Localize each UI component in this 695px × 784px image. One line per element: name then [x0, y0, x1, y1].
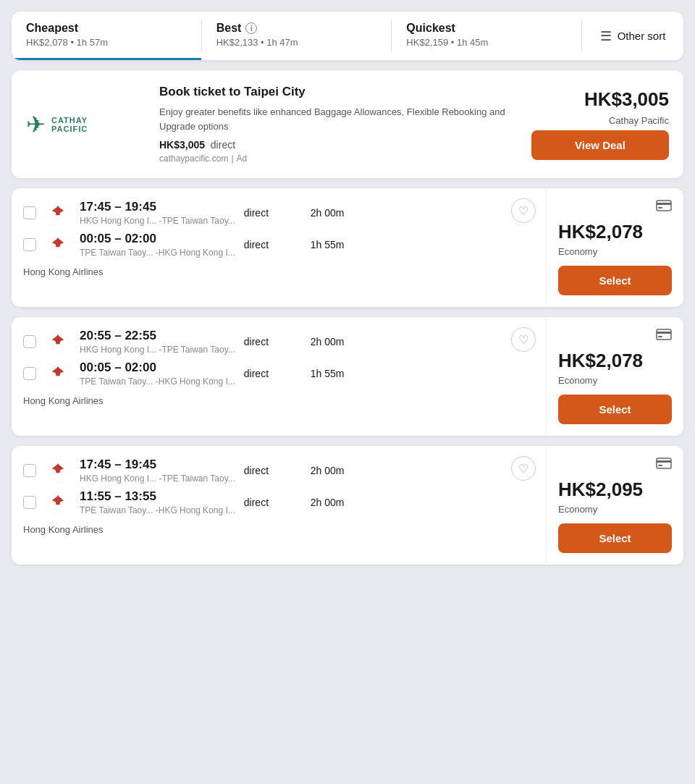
- credit-card-icon-3: [656, 458, 672, 473]
- svg-rect-2: [657, 201, 671, 211]
- airline-label-3: Hong Kong Airlines: [23, 524, 531, 535]
- outbound-times-3: 17:45 – 19:45: [80, 458, 235, 472]
- cathay-pacific-logo: ✈ CATHAY PACIFIC: [26, 111, 88, 138]
- flight-main-3: ♡ 17:45 – 19:45 HKG Hong Kong I... -TPE …: [12, 446, 546, 565]
- credit-card-icon-2: [656, 329, 672, 344]
- tab-cheapest-label: Cheapest: [26, 22, 187, 35]
- svg-rect-12: [657, 458, 671, 468]
- airline-logo-inbound-2: [45, 361, 71, 387]
- inbound-checkbox-2[interactable]: [23, 367, 36, 380]
- favorite-button-2[interactable]: ♡: [511, 327, 536, 352]
- inbound-duration-2: 1h 55m: [311, 368, 345, 379]
- tab-cheapest[interactable]: Cheapest HK$2,078 • 1h 57m: [12, 12, 201, 60]
- outbound-row-2: 20:55 – 22:55 HKG Hong Kong I... -TPE Ta…: [23, 329, 531, 355]
- airline-logo-inbound-1: [45, 232, 71, 258]
- select-button-3[interactable]: Select: [558, 523, 672, 553]
- flight-card-3: ♡ 17:45 – 19:45 HKG Hong Kong I... -TPE …: [12, 446, 683, 565]
- favorite-button-1[interactable]: ♡: [511, 198, 536, 223]
- outbound-checkbox-2[interactable]: [23, 335, 36, 348]
- outbound-checkbox-3[interactable]: [23, 464, 36, 477]
- ad-price-line: HK$3,005 direct: [159, 139, 514, 151]
- ad-airline-name: Cathay Pacific: [609, 115, 669, 126]
- favorite-button-3[interactable]: ♡: [511, 456, 536, 481]
- cabin-class-1: Economy: [558, 246, 597, 257]
- svg-rect-8: [657, 332, 671, 334]
- inbound-route-2: TPE Taiwan Taoy... -HKG Hong Kong I...: [80, 376, 235, 387]
- inbound-checkbox-1[interactable]: [23, 238, 36, 251]
- flight-actions-top-1: ♡: [511, 198, 536, 223]
- flight-right-2: HK$2,078 Economy Select: [546, 317, 683, 436]
- flight-price-1: HK$2,078: [558, 221, 643, 243]
- tab-best[interactable]: Best i HK$2,133 • 1h 47m: [202, 12, 392, 60]
- outbound-times-1: 17:45 – 19:45: [80, 200, 235, 214]
- cathay-text: CATHAY PACIFIC: [51, 116, 88, 133]
- inbound-duration-3: 2h 00m: [311, 497, 345, 508]
- flight-cards-container: ♡ 17:45 – 19:45 HKG Hong Kong I... -TPE …: [12, 188, 683, 565]
- cathay-pacific-text: PACIFIC: [51, 125, 88, 133]
- tab-other-sort[interactable]: ☰ Other sort: [582, 12, 683, 60]
- tab-quickest-sub: HK$2,159 • 1h 45m: [406, 37, 567, 48]
- cathay-bird-icon: ✈: [26, 111, 46, 138]
- credit-card-icon-1: [656, 200, 672, 215]
- tab-cheapest-sub: HK$2,078 • 1h 57m: [26, 37, 187, 48]
- svg-rect-3: [657, 203, 671, 205]
- inbound-row-2: 00:05 – 02:00 TPE Taiwan Taoy... -HKG Ho…: [23, 361, 531, 387]
- inbound-type-3: direct: [244, 497, 302, 508]
- ad-title: Book ticket to Taipei City: [159, 85, 514, 99]
- outbound-route-2: HKG Hong Kong I... -TPE Taiwan Taoy...: [80, 345, 235, 355]
- inbound-route-3: TPE Taiwan Taoy... -HKG Hong Kong I...: [80, 505, 235, 515]
- inbound-row-1: 00:05 – 02:00 TPE Taiwan Taoy... -HKG Ho…: [23, 232, 531, 258]
- tab-best-sub: HK$2,133 • 1h 47m: [216, 37, 377, 48]
- ad-source: cathaypacific.com|Ad: [159, 153, 514, 164]
- select-button-1[interactable]: Select: [558, 266, 672, 295]
- outbound-route-1: HKG Hong Kong I... -TPE Taiwan Taoy...: [80, 216, 235, 226]
- outbound-flight-info-1: 17:45 – 19:45 HKG Hong Kong I... -TPE Ta…: [80, 200, 235, 226]
- airline-logo-outbound-1: [45, 200, 71, 226]
- outbound-row-3: 17:45 – 19:45 HKG Hong Kong I... -TPE Ta…: [23, 458, 531, 484]
- inbound-flight-info-1: 00:05 – 02:00 TPE Taiwan Taoy... -HKG Ho…: [80, 232, 235, 258]
- select-button-2[interactable]: Select: [558, 395, 672, 424]
- outbound-row-1: 17:45 – 19:45 HKG Hong Kong I... -TPE Ta…: [23, 200, 531, 226]
- inbound-flight-info-3: 11:55 – 13:55 TPE Taiwan Taoy... -HKG Ho…: [80, 489, 235, 515]
- outbound-duration-2: 2h 00m: [311, 336, 345, 347]
- sort-bar: Cheapest HK$2,078 • 1h 57m Best i HK$2,1…: [12, 12, 683, 60]
- outbound-checkbox-1[interactable]: [23, 206, 36, 219]
- flight-card-1: ♡ 17:45 – 19:45 HKG Hong Kong I... -TPE …: [12, 188, 683, 307]
- sort-icon: ☰: [600, 28, 612, 44]
- airline-logo-outbound-3: [45, 458, 71, 484]
- outbound-duration-1: 2h 00m: [311, 207, 345, 219]
- airline-logo-outbound-2: [45, 329, 71, 355]
- inbound-checkbox-3[interactable]: [23, 496, 36, 509]
- flight-actions-top-3: ♡: [511, 456, 536, 481]
- tab-quickest-label: Quickest: [406, 22, 567, 35]
- tab-best-label: Best i: [216, 22, 377, 35]
- flight-right-1: HK$2,078 Economy Select: [546, 188, 683, 307]
- tab-quickest[interactable]: Quickest HK$2,159 • 1h 45m: [392, 12, 581, 60]
- flight-card-2: ♡ 20:55 – 22:55 HKG Hong Kong I... -TPE …: [12, 317, 683, 436]
- cabin-class-3: Economy: [558, 504, 597, 515]
- view-deal-button[interactable]: View Deal: [531, 130, 669, 160]
- inbound-type-2: direct: [244, 368, 302, 379]
- other-sort-label: Other sort: [618, 30, 666, 42]
- airline-label-2: Hong Kong Airlines: [23, 395, 531, 406]
- flight-price-2: HK$2,078: [558, 350, 643, 372]
- outbound-duration-3: 2h 00m: [311, 465, 345, 476]
- outbound-type-1: direct: [244, 207, 302, 219]
- flight-main-2: ♡ 20:55 – 22:55 HKG Hong Kong I... -TPE …: [12, 317, 546, 436]
- outbound-type-2: direct: [244, 336, 302, 347]
- airline-logo-inbound-3: [45, 489, 71, 515]
- ad-right: HK$3,005 Cathay Pacific View Deal: [531, 88, 669, 160]
- inbound-route-1: TPE Taiwan Taoy... -HKG Hong Kong I...: [80, 248, 235, 258]
- outbound-flight-info-3: 17:45 – 19:45 HKG Hong Kong I... -TPE Ta…: [80, 458, 235, 484]
- flight-right-3: HK$2,095 Economy Select: [546, 446, 683, 565]
- inbound-type-1: direct: [244, 239, 302, 250]
- ad-description: Enjoy greater benefits like enhanced Bag…: [159, 105, 514, 133]
- ad-content: Book ticket to Taipei City Enjoy greater…: [159, 85, 514, 164]
- ad-card: ✈ CATHAY PACIFIC Book ticket to Taipei C…: [12, 70, 683, 178]
- outbound-route-3: HKG Hong Kong I... -TPE Taiwan Taoy...: [80, 473, 235, 484]
- ad-price-big: HK$3,005: [584, 88, 669, 111]
- flight-actions-top-2: ♡: [511, 327, 536, 352]
- svg-rect-4: [658, 207, 662, 208]
- svg-rect-9: [658, 336, 662, 337]
- info-icon: i: [245, 22, 257, 34]
